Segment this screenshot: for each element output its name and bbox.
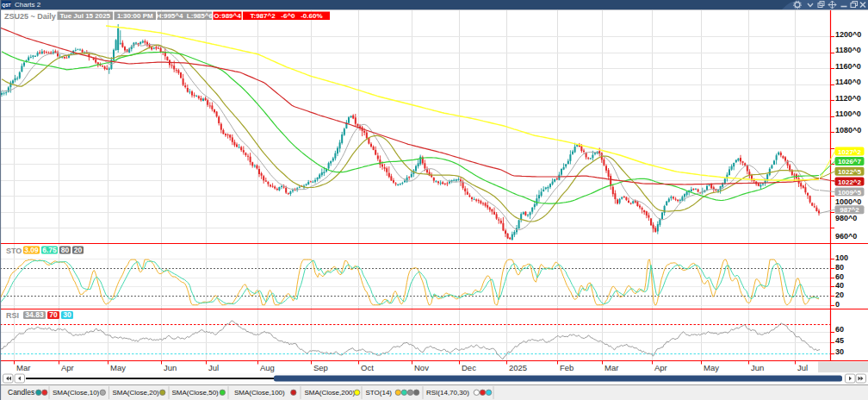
svg-text:20: 20 <box>835 291 844 299</box>
svg-text:1160^0: 1160^0 <box>835 62 861 71</box>
svg-text:1180^0: 1180^0 <box>835 46 861 54</box>
svg-text:987^2: 987^2 <box>840 206 859 214</box>
svg-text:Jul: Jul <box>797 363 808 372</box>
svg-text:60: 60 <box>835 272 844 281</box>
svg-text:May: May <box>110 363 126 372</box>
svg-text:O:989^4: O:989^4 <box>214 12 241 20</box>
svg-text:RSI: RSI <box>6 311 19 320</box>
svg-text:45: 45 <box>835 336 844 345</box>
svg-text:ZSU25 ~ Daily: ZSU25 ~ Daily <box>4 12 56 21</box>
svg-text:30: 30 <box>835 347 844 356</box>
svg-text:6.75: 6.75 <box>42 246 57 254</box>
svg-text:34.83: 34.83 <box>25 310 44 319</box>
svg-text:960^0: 960^0 <box>835 232 857 241</box>
svg-text:May: May <box>704 363 719 372</box>
svg-text:Candles: Candles <box>8 388 34 397</box>
svg-text:RSI(14,70,30): RSI(14,70,30) <box>426 389 469 397</box>
svg-text:Aug: Aug <box>260 363 275 372</box>
svg-text:1140^0: 1140^0 <box>835 78 861 86</box>
svg-text:1200^0: 1200^0 <box>835 30 861 39</box>
svg-text:Charts 2: Charts 2 <box>15 1 41 9</box>
svg-text:1026^7: 1026^7 <box>838 158 861 166</box>
svg-text:30: 30 <box>63 310 71 319</box>
svg-text:SMA(Close,10): SMA(Close,10) <box>53 389 100 397</box>
svg-text:1022^5: 1022^5 <box>838 168 861 176</box>
svg-text:1:30:00 PM: 1:30:00 PM <box>117 12 153 20</box>
svg-text:Apr: Apr <box>61 363 74 372</box>
svg-text:Apr: Apr <box>654 363 667 372</box>
svg-text:980^0: 980^0 <box>835 214 857 222</box>
svg-text:80: 80 <box>61 246 70 254</box>
svg-text:STO(14): STO(14) <box>366 389 393 397</box>
svg-text:QST: QST <box>2 3 10 8</box>
svg-text:100: 100 <box>835 253 848 262</box>
svg-text:Dec: Dec <box>462 363 476 372</box>
svg-text:1022^2: 1022^2 <box>838 178 861 186</box>
svg-text:1009^5: 1009^5 <box>838 189 861 197</box>
svg-text:1100^0: 1100^0 <box>835 109 861 118</box>
svg-text:70: 70 <box>49 310 58 319</box>
svg-text:Sep: Sep <box>313 363 328 372</box>
svg-text:Mar: Mar <box>604 363 618 372</box>
svg-text:3.09: 3.09 <box>24 246 39 254</box>
svg-text:20: 20 <box>74 246 83 254</box>
svg-text:T:987^2 -6^0 -0.60%: T:987^2 -6^0 -0.60% <box>250 12 322 20</box>
svg-text:Tue Jul 15 2025: Tue Jul 15 2025 <box>60 12 111 20</box>
svg-text:2025: 2025 <box>509 363 527 372</box>
svg-text:Oct: Oct <box>361 363 374 372</box>
svg-text:H:995^4 L:985^6: H:995^4 L:985^6 <box>157 12 214 20</box>
svg-text:Jun: Jun <box>751 363 764 372</box>
svg-text:80: 80 <box>835 263 844 272</box>
svg-text:Mar: Mar <box>16 363 30 372</box>
svg-text:SMA(Close,50): SMA(Close,50) <box>172 389 220 397</box>
svg-text:STO: STO <box>6 247 22 255</box>
svg-text:0: 0 <box>835 300 840 309</box>
svg-text:Jul: Jul <box>208 363 219 372</box>
svg-text:1120^0: 1120^0 <box>835 94 861 103</box>
svg-text:1080^0: 1080^0 <box>835 126 861 134</box>
svg-text:SMA(Close,20): SMA(Close,20) <box>113 389 160 397</box>
svg-text:1027^2: 1027^2 <box>838 148 861 156</box>
svg-text:SMA(Close,200): SMA(Close,200) <box>305 389 356 397</box>
svg-text:1000^0: 1000^0 <box>835 197 861 206</box>
svg-text:60: 60 <box>835 325 844 334</box>
svg-text:40: 40 <box>835 281 844 290</box>
svg-text:Jun: Jun <box>164 363 177 372</box>
svg-text:Nov: Nov <box>414 363 429 372</box>
svg-text:Feb: Feb <box>560 363 574 372</box>
svg-text:SMA(Close,100): SMA(Close,100) <box>234 389 285 397</box>
